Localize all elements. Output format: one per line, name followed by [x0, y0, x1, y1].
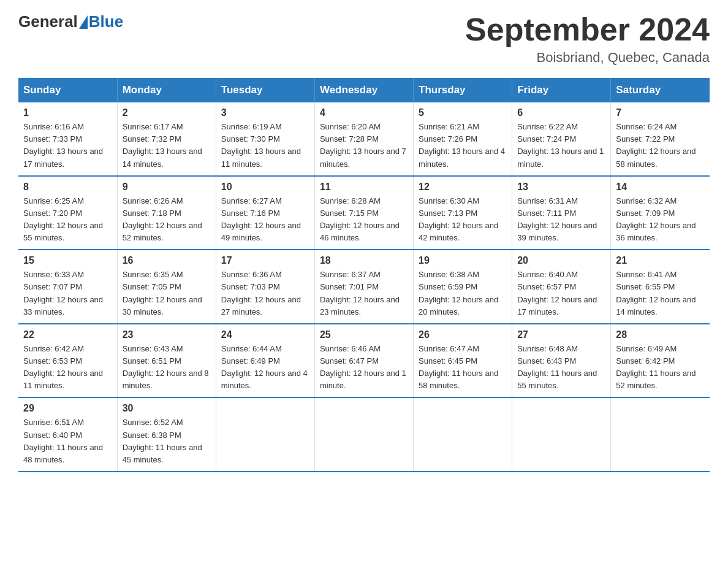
day-number: 4 — [320, 107, 408, 118]
day-info: Sunrise: 6:20 AMSunset: 7:28 PMDaylight:… — [320, 121, 408, 170]
calendar-day-cell: 20Sunrise: 6:40 AMSunset: 6:57 PMDayligh… — [512, 250, 611, 324]
day-number: 19 — [419, 255, 507, 266]
calendar-day-cell: 21Sunrise: 6:41 AMSunset: 6:55 PMDayligh… — [611, 250, 710, 324]
day-number: 7 — [616, 107, 705, 118]
calendar-day-cell: 25Sunrise: 6:46 AMSunset: 6:47 PMDayligh… — [314, 324, 413, 398]
calendar-header-tuesday: Tuesday — [216, 78, 314, 102]
logo-triangle-icon — [79, 15, 88, 29]
calendar-day-cell: 18Sunrise: 6:37 AMSunset: 7:01 PMDayligh… — [314, 250, 413, 324]
day-number: 13 — [517, 182, 605, 193]
calendar-day-cell: 6Sunrise: 6:22 AMSunset: 7:24 PMDaylight… — [512, 102, 611, 176]
day-info: Sunrise: 6:21 AMSunset: 7:26 PMDaylight:… — [419, 121, 507, 170]
logo-blue-text: Blue — [89, 12, 123, 31]
day-number: 9 — [123, 182, 211, 193]
day-info: Sunrise: 6:41 AMSunset: 6:55 PMDaylight:… — [616, 269, 705, 318]
day-info: Sunrise: 6:24 AMSunset: 7:22 PMDaylight:… — [616, 121, 705, 170]
day-info: Sunrise: 6:44 AMSunset: 6:49 PMDaylight:… — [221, 343, 309, 393]
day-number: 17 — [221, 255, 309, 266]
day-number: 26 — [419, 329, 507, 340]
calendar-day-cell: 3Sunrise: 6:19 AMSunset: 7:30 PMDaylight… — [216, 102, 314, 176]
day-info: Sunrise: 6:28 AMSunset: 7:15 PMDaylight:… — [320, 195, 408, 245]
day-info: Sunrise: 6:48 AMSunset: 6:43 PMDaylight:… — [517, 343, 605, 393]
calendar-day-cell: 11Sunrise: 6:28 AMSunset: 7:15 PMDayligh… — [314, 176, 413, 250]
calendar-day-cell: 10Sunrise: 6:27 AMSunset: 7:16 PMDayligh… — [216, 176, 314, 250]
day-number: 2 — [123, 107, 211, 118]
day-info: Sunrise: 6:16 AMSunset: 7:33 PMDaylight:… — [23, 121, 112, 170]
calendar-header-row: SundayMondayTuesdayWednesdayThursdayFrid… — [18, 78, 710, 102]
day-number: 21 — [616, 255, 705, 266]
calendar-day-cell: 17Sunrise: 6:36 AMSunset: 7:03 PMDayligh… — [216, 250, 314, 324]
calendar-day-cell: 7Sunrise: 6:24 AMSunset: 7:22 PMDaylight… — [611, 102, 710, 176]
calendar-day-cell: 4Sunrise: 6:20 AMSunset: 7:28 PMDaylight… — [314, 102, 413, 176]
location-subtitle: Boisbriand, Quebec, Canada — [465, 50, 710, 66]
calendar-day-cell — [611, 397, 710, 472]
calendar-day-cell: 14Sunrise: 6:32 AMSunset: 7:09 PMDayligh… — [611, 176, 710, 250]
day-info: Sunrise: 6:46 AMSunset: 6:47 PMDaylight:… — [320, 343, 408, 393]
day-info: Sunrise: 6:32 AMSunset: 7:09 PMDaylight:… — [616, 195, 705, 245]
day-number: 1 — [23, 107, 112, 118]
calendar-day-cell: 26Sunrise: 6:47 AMSunset: 6:45 PMDayligh… — [414, 324, 512, 398]
logo-general-text: General — [18, 12, 78, 31]
day-number: 8 — [23, 182, 112, 193]
calendar-day-cell: 19Sunrise: 6:38 AMSunset: 6:59 PMDayligh… — [414, 250, 512, 324]
day-info: Sunrise: 6:47 AMSunset: 6:45 PMDaylight:… — [419, 343, 507, 393]
calendar-day-cell: 27Sunrise: 6:48 AMSunset: 6:43 PMDayligh… — [512, 324, 611, 398]
calendar-day-cell: 15Sunrise: 6:33 AMSunset: 7:07 PMDayligh… — [18, 250, 117, 324]
day-info: Sunrise: 6:42 AMSunset: 6:53 PMDaylight:… — [23, 343, 112, 393]
day-number: 27 — [517, 329, 605, 340]
day-number: 12 — [419, 182, 507, 193]
calendar-day-cell — [314, 397, 413, 472]
day-info: Sunrise: 6:52 AMSunset: 6:38 PMDaylight:… — [123, 416, 211, 466]
calendar-day-cell: 13Sunrise: 6:31 AMSunset: 7:11 PMDayligh… — [512, 176, 611, 250]
day-number: 5 — [419, 107, 507, 118]
day-info: Sunrise: 6:19 AMSunset: 7:30 PMDaylight:… — [221, 121, 309, 170]
calendar-day-cell: 1Sunrise: 6:16 AMSunset: 7:33 PMDaylight… — [18, 102, 117, 176]
day-info: Sunrise: 6:36 AMSunset: 7:03 PMDaylight:… — [221, 269, 309, 318]
calendar-day-cell: 16Sunrise: 6:35 AMSunset: 7:05 PMDayligh… — [117, 250, 216, 324]
calendar-day-cell — [414, 397, 512, 472]
day-info: Sunrise: 6:30 AMSunset: 7:13 PMDaylight:… — [419, 195, 507, 245]
day-number: 15 — [23, 255, 112, 266]
day-info: Sunrise: 6:22 AMSunset: 7:24 PMDaylight:… — [517, 121, 605, 170]
calendar-header-sunday: Sunday — [18, 78, 117, 102]
day-info: Sunrise: 6:17 AMSunset: 7:32 PMDaylight:… — [123, 121, 211, 170]
calendar-day-cell: 22Sunrise: 6:42 AMSunset: 6:53 PMDayligh… — [18, 324, 117, 398]
day-number: 25 — [320, 329, 408, 340]
calendar-week-row: 8Sunrise: 6:25 AMSunset: 7:20 PMDaylight… — [18, 176, 710, 250]
day-info: Sunrise: 6:43 AMSunset: 6:51 PMDaylight:… — [123, 343, 211, 393]
day-info: Sunrise: 6:27 AMSunset: 7:16 PMDaylight:… — [221, 195, 309, 245]
day-number: 20 — [517, 255, 605, 266]
day-number: 10 — [221, 182, 309, 193]
day-info: Sunrise: 6:37 AMSunset: 7:01 PMDaylight:… — [320, 269, 408, 318]
calendar-day-cell: 5Sunrise: 6:21 AMSunset: 7:26 PMDaylight… — [414, 102, 512, 176]
day-number: 16 — [123, 255, 211, 266]
calendar-header-wednesday: Wednesday — [314, 78, 413, 102]
day-info: Sunrise: 6:31 AMSunset: 7:11 PMDaylight:… — [517, 195, 605, 245]
calendar-week-row: 15Sunrise: 6:33 AMSunset: 7:07 PMDayligh… — [18, 250, 710, 324]
day-number: 11 — [320, 182, 408, 193]
calendar-header-saturday: Saturday — [611, 78, 710, 102]
day-info: Sunrise: 6:25 AMSunset: 7:20 PMDaylight:… — [23, 195, 112, 245]
day-number: 29 — [23, 403, 112, 414]
title-block: September 2024 Boisbriand, Quebec, Canad… — [465, 12, 710, 66]
calendar-day-cell: 24Sunrise: 6:44 AMSunset: 6:49 PMDayligh… — [216, 324, 314, 398]
calendar-header-monday: Monday — [117, 78, 216, 102]
calendar-week-row: 1Sunrise: 6:16 AMSunset: 7:33 PMDaylight… — [18, 102, 710, 176]
calendar-day-cell: 12Sunrise: 6:30 AMSunset: 7:13 PMDayligh… — [414, 176, 512, 250]
day-number: 14 — [616, 182, 705, 193]
day-number: 23 — [123, 329, 211, 340]
day-info: Sunrise: 6:40 AMSunset: 6:57 PMDaylight:… — [517, 269, 605, 318]
calendar-day-cell: 8Sunrise: 6:25 AMSunset: 7:20 PMDaylight… — [18, 176, 117, 250]
day-info: Sunrise: 6:26 AMSunset: 7:18 PMDaylight:… — [123, 195, 211, 245]
calendar-table: SundayMondayTuesdayWednesdayThursdayFrid… — [18, 78, 710, 472]
calendar-week-row: 29Sunrise: 6:51 AMSunset: 6:40 PMDayligh… — [18, 397, 710, 472]
calendar-day-cell: 28Sunrise: 6:49 AMSunset: 6:42 PMDayligh… — [611, 324, 710, 398]
logo: General Blue — [18, 12, 123, 31]
calendar-day-cell — [216, 397, 314, 472]
calendar-day-cell: 29Sunrise: 6:51 AMSunset: 6:40 PMDayligh… — [18, 397, 117, 472]
day-number: 3 — [221, 107, 309, 118]
day-number: 18 — [320, 255, 408, 266]
day-info: Sunrise: 6:38 AMSunset: 6:59 PMDaylight:… — [419, 269, 507, 318]
day-number: 30 — [123, 403, 211, 414]
calendar-header-thursday: Thursday — [414, 78, 512, 102]
